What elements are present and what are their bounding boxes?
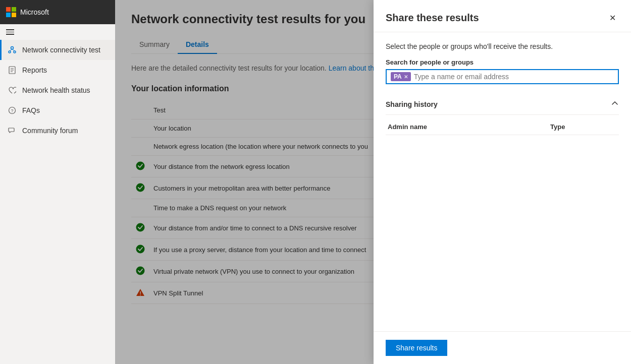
menu-icon: [6, 29, 14, 35]
svg-point-4: [11, 46, 14, 49]
network-icon: [7, 45, 17, 55]
chevron-up-icon: [611, 99, 619, 109]
svg-line-8: [12, 49, 15, 51]
svg-rect-3: [12, 13, 16, 17]
search-input[interactable]: [414, 73, 614, 81]
sharing-history-title: Sharing history: [386, 100, 438, 108]
share-panel: Share these results ✕ Select the people …: [374, 0, 631, 364]
search-label: Search for people or groups: [386, 58, 619, 66]
sidebar-item-network-health[interactable]: Network health status: [0, 80, 115, 100]
forum-icon: [7, 126, 17, 136]
reports-icon: [7, 65, 17, 75]
sidebar-item-faqs[interactable]: ? FAQs: [0, 100, 115, 120]
svg-text:?: ?: [11, 108, 14, 113]
sidebar-item-label: Network connectivity test: [22, 46, 100, 54]
sharing-history-toggle[interactable]: Sharing history: [386, 94, 619, 115]
health-icon: [7, 85, 17, 95]
svg-rect-0: [6, 7, 11, 12]
sidebar-item-label: Network health status: [22, 86, 90, 94]
sidebar-item-network-connectivity[interactable]: Network connectivity test: [0, 40, 115, 60]
panel-header: Share these results ✕: [374, 0, 631, 32]
tag-initials: PA: [394, 73, 402, 80]
svg-point-5: [9, 51, 11, 53]
microsoft-logo: [6, 7, 16, 17]
svg-rect-2: [6, 13, 11, 17]
col-admin-name: Admin name: [386, 119, 548, 135]
sidebar-item-label: Reports: [22, 66, 47, 74]
sidebar: Microsoft Network connectivity test Repo…: [0, 0, 115, 364]
sidebar-header: Microsoft: [0, 0, 115, 24]
col-type: Type: [548, 119, 619, 135]
selected-tag: PA ✕: [391, 72, 411, 81]
svg-point-6: [14, 51, 16, 53]
svg-line-7: [10, 49, 12, 51]
share-results-button[interactable]: Share results: [386, 340, 447, 356]
svg-rect-1: [12, 7, 16, 12]
panel-title: Share these results: [386, 12, 479, 24]
hamburger-button[interactable]: [0, 24, 115, 40]
brand-label: Microsoft: [20, 8, 49, 16]
search-field[interactable]: PA ✕: [386, 69, 619, 84]
tag-close-button[interactable]: ✕: [404, 74, 408, 80]
sidebar-item-label: Community forum: [22, 127, 78, 135]
panel-subtitle: Select the people or groups who'll recei…: [386, 42, 619, 50]
panel-body: Select the people or groups who'll recei…: [374, 32, 631, 331]
history-table: Admin name Type: [386, 119, 619, 135]
sidebar-item-reports[interactable]: Reports: [0, 60, 115, 80]
faqs-icon: ?: [7, 105, 17, 115]
close-button[interactable]: ✕: [606, 12, 619, 24]
sidebar-item-community-forum[interactable]: Community forum: [0, 120, 115, 141]
panel-footer: Share results: [374, 331, 631, 364]
sidebar-item-label: FAQs: [22, 106, 40, 114]
